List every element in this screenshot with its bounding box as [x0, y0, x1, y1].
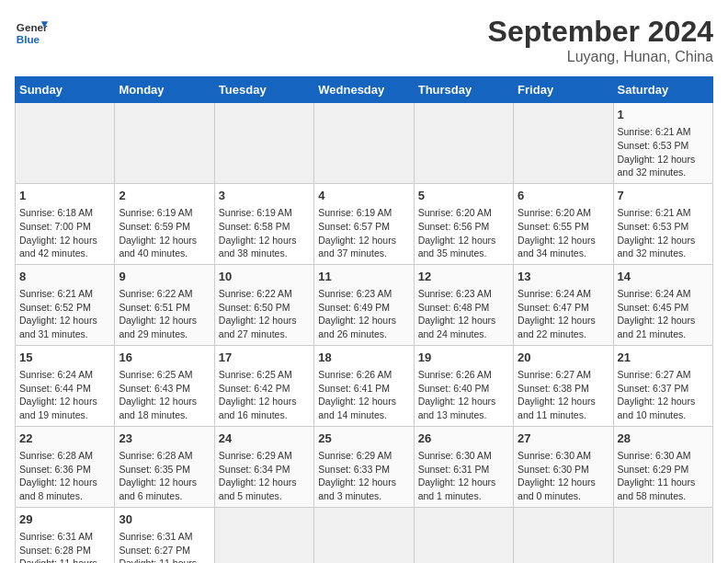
day-number: 18 — [318, 350, 409, 366]
day-number: 20 — [518, 350, 609, 366]
day-info: Sunrise: 6:20 AMSunset: 6:55 PMDaylight:… — [518, 206, 609, 260]
calendar-cell: 4 Sunrise: 6:19 AMSunset: 6:57 PMDayligh… — [314, 183, 414, 264]
day-info: Sunrise: 6:24 AMSunset: 6:47 PMDaylight:… — [518, 287, 609, 341]
day-number: 13 — [518, 269, 609, 285]
calendar-week-row: 15 Sunrise: 6:24 AMSunset: 6:44 PMDaylig… — [16, 345, 713, 426]
calendar-cell: 3 Sunrise: 6:19 AMSunset: 6:58 PMDayligh… — [214, 183, 313, 264]
calendar-cell: 9 Sunrise: 6:22 AMSunset: 6:51 PMDayligh… — [115, 264, 214, 345]
weekday-header-saturday: Saturday — [613, 77, 712, 103]
calendar-cell: 26 Sunrise: 6:30 AMSunset: 6:31 PMDaylig… — [414, 426, 513, 507]
day-info: Sunrise: 6:28 AMSunset: 6:36 PMDaylight:… — [19, 449, 110, 503]
calendar-cell — [613, 507, 712, 563]
calendar-cell: 12 Sunrise: 6:23 AMSunset: 6:48 PMDaylig… — [414, 264, 513, 345]
day-info: Sunrise: 6:19 AMSunset: 6:57 PMDaylight:… — [318, 206, 409, 260]
day-number: 25 — [318, 431, 409, 447]
day-number: 9 — [119, 269, 210, 285]
weekday-header-tuesday: Tuesday — [214, 77, 313, 103]
day-number: 29 — [19, 511, 110, 528]
calendar-cell: 6 Sunrise: 6:20 AMSunset: 6:55 PMDayligh… — [514, 183, 613, 264]
day-info: Sunrise: 6:29 AMSunset: 6:33 PMDaylight:… — [318, 449, 409, 503]
day-info: Sunrise: 6:19 AMSunset: 6:58 PMDaylight:… — [219, 206, 310, 260]
day-number: 8 — [19, 269, 110, 285]
weekday-header-friday: Friday — [514, 77, 613, 103]
day-info: Sunrise: 6:21 AMSunset: 6:53 PMDaylight:… — [618, 206, 709, 260]
day-info: Sunrise: 6:20 AMSunset: 6:56 PMDaylight:… — [418, 206, 509, 260]
calendar-cell: 14 Sunrise: 6:24 AMSunset: 6:45 PMDaylig… — [613, 264, 712, 345]
calendar-cell — [414, 507, 513, 563]
logo-icon: General Blue — [15, 15, 48, 48]
calendar-cell: 29 Sunrise: 6:31 AMSunset: 6:28 PMDaylig… — [16, 507, 115, 563]
weekday-header-wednesday: Wednesday — [314, 77, 414, 103]
calendar-cell: 2 Sunrise: 6:19 AMSunset: 6:59 PMDayligh… — [115, 183, 214, 264]
day-number: 7 — [618, 188, 709, 204]
day-number: 22 — [19, 431, 110, 447]
day-info: Sunrise: 6:31 AMSunset: 6:28 PMDaylight:… — [19, 530, 110, 563]
calendar-cell: 11 Sunrise: 6:23 AMSunset: 6:49 PMDaylig… — [314, 264, 414, 345]
calendar-week-row: 8 Sunrise: 6:21 AMSunset: 6:52 PMDayligh… — [16, 264, 713, 345]
day-number: 27 — [518, 431, 609, 447]
day-info: Sunrise: 6:24 AMSunset: 6:44 PMDaylight:… — [19, 368, 110, 422]
day-info: Sunrise: 6:18 AMSunset: 7:00 PMDaylight:… — [19, 206, 110, 260]
day-info: Sunrise: 6:26 AMSunset: 6:41 PMDaylight:… — [318, 368, 409, 422]
calendar-week-row: 22 Sunrise: 6:28 AMSunset: 6:36 PMDaylig… — [16, 426, 713, 507]
day-number: 16 — [119, 350, 210, 366]
calendar-cell: 5 Sunrise: 6:20 AMSunset: 6:56 PMDayligh… — [414, 183, 513, 264]
calendar-cell — [414, 103, 513, 184]
calendar-cell: 25 Sunrise: 6:29 AMSunset: 6:33 PMDaylig… — [314, 426, 414, 507]
day-info: Sunrise: 6:30 AMSunset: 6:30 PMDaylight:… — [518, 449, 609, 503]
day-info: Sunrise: 6:27 AMSunset: 6:37 PMDaylight:… — [618, 368, 709, 422]
calendar-cell: 28 Sunrise: 6:30 AMSunset: 6:29 PMDaylig… — [613, 426, 712, 507]
day-info: Sunrise: 6:25 AMSunset: 6:43 PMDaylight:… — [119, 368, 210, 422]
calendar-cell — [314, 507, 414, 563]
day-info: Sunrise: 6:30 AMSunset: 6:29 PMDaylight:… — [618, 449, 709, 503]
day-number: 15 — [19, 350, 110, 366]
day-info: Sunrise: 6:26 AMSunset: 6:40 PMDaylight:… — [418, 368, 509, 422]
day-number: 11 — [318, 269, 409, 285]
title-block: September 2024 Luyang, Hunan, China — [488, 15, 713, 65]
location-subtitle: Luyang, Hunan, China — [488, 49, 713, 65]
day-info: Sunrise: 6:30 AMSunset: 6:31 PMDaylight:… — [418, 449, 509, 503]
day-info: Sunrise: 6:25 AMSunset: 6:42 PMDaylight:… — [219, 368, 310, 422]
calendar-cell — [115, 103, 214, 184]
day-number: 24 — [219, 431, 310, 447]
calendar-cell: 16 Sunrise: 6:25 AMSunset: 6:43 PMDaylig… — [115, 345, 214, 426]
day-number: 28 — [618, 431, 709, 447]
day-info: Sunrise: 6:28 AMSunset: 6:35 PMDaylight:… — [119, 449, 210, 503]
calendar-cell — [214, 103, 313, 184]
calendar-cell: 23 Sunrise: 6:28 AMSunset: 6:35 PMDaylig… — [115, 426, 214, 507]
day-number: 12 — [418, 269, 509, 285]
calendar-cell — [214, 507, 313, 563]
day-info: Sunrise: 6:21 AMSunset: 6:53 PMDaylight:… — [618, 125, 709, 179]
calendar-cell: 22 Sunrise: 6:28 AMSunset: 6:36 PMDaylig… — [16, 426, 115, 507]
day-info: Sunrise: 6:29 AMSunset: 6:34 PMDaylight:… — [219, 449, 310, 503]
day-number: 23 — [119, 431, 210, 447]
day-info: Sunrise: 6:19 AMSunset: 6:59 PMDaylight:… — [119, 206, 210, 260]
day-number: 6 — [518, 188, 609, 204]
calendar-cell: 13 Sunrise: 6:24 AMSunset: 6:47 PMDaylig… — [514, 264, 613, 345]
weekday-header-sunday: Sunday — [16, 77, 115, 103]
calendar-cell: 20 Sunrise: 6:27 AMSunset: 6:38 PMDaylig… — [514, 345, 613, 426]
calendar-cell — [514, 507, 613, 563]
calendar-cell: 7 Sunrise: 6:21 AMSunset: 6:53 PMDayligh… — [613, 183, 712, 264]
calendar-cell: 1 Sunrise: 6:21 AMSunset: 6:53 PMDayligh… — [613, 103, 712, 184]
day-info: Sunrise: 6:24 AMSunset: 6:45 PMDaylight:… — [618, 287, 709, 341]
day-number: 21 — [618, 350, 709, 366]
calendar-week-row: 1 Sunrise: 6:18 AMSunset: 7:00 PMDayligh… — [16, 183, 713, 264]
day-number: 26 — [418, 431, 509, 447]
calendar-table: SundayMondayTuesdayWednesdayThursdayFrid… — [15, 76, 713, 563]
calendar-week-row: 29 Sunrise: 6:31 AMSunset: 6:28 PMDaylig… — [16, 507, 713, 563]
calendar-cell: 30 Sunrise: 6:31 AMSunset: 6:27 PMDaylig… — [115, 507, 214, 563]
day-number: 1 — [19, 188, 110, 204]
calendar-week-row: 1 Sunrise: 6:21 AMSunset: 6:53 PMDayligh… — [16, 103, 713, 184]
day-info: Sunrise: 6:21 AMSunset: 6:52 PMDaylight:… — [19, 287, 110, 341]
day-info: Sunrise: 6:23 AMSunset: 6:49 PMDaylight:… — [318, 287, 409, 341]
calendar-cell: 15 Sunrise: 6:24 AMSunset: 6:44 PMDaylig… — [16, 345, 115, 426]
day-number: 4 — [318, 188, 409, 204]
weekday-header-row: SundayMondayTuesdayWednesdayThursdayFrid… — [16, 77, 713, 103]
day-info: Sunrise: 6:23 AMSunset: 6:48 PMDaylight:… — [418, 287, 509, 341]
day-number: 5 — [418, 188, 509, 204]
calendar-cell: 1 Sunrise: 6:18 AMSunset: 7:00 PMDayligh… — [16, 183, 115, 264]
calendar-cell — [514, 103, 613, 184]
day-number: 2 — [119, 188, 210, 204]
calendar-cell: 27 Sunrise: 6:30 AMSunset: 6:30 PMDaylig… — [514, 426, 613, 507]
